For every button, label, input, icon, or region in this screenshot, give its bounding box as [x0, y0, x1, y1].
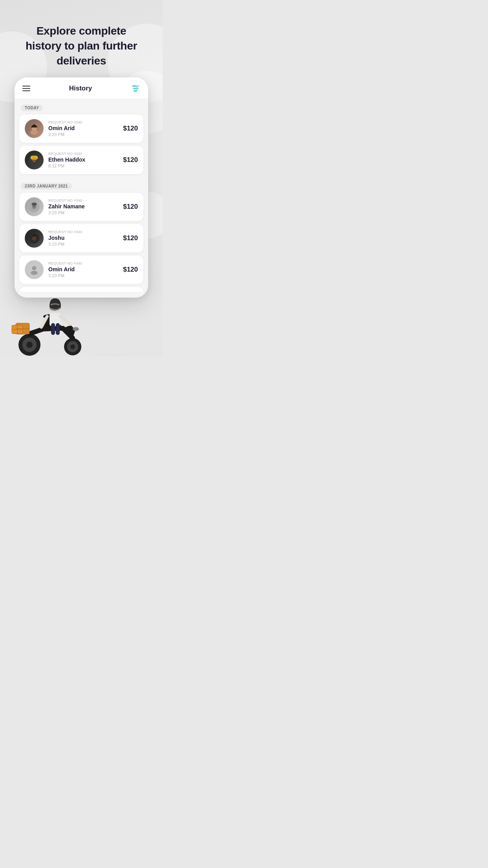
- request-no-3: REQUEST NO #340: [48, 199, 118, 202]
- svg-point-17: [31, 157, 37, 160]
- svg-point-5: [134, 90, 136, 92]
- card-info-1: REQUEST NO #340 Omin Arid 3:23 PM: [48, 120, 118, 137]
- section-jan: 23RD JANUARY 2021: [15, 177, 148, 193]
- person-name-2: Ethen Haddox: [48, 156, 118, 163]
- svg-point-42: [70, 344, 75, 349]
- card-info-2: REQUEST NO #340 Ethen Haddox 8:12 PM: [48, 152, 118, 168]
- scroll-area[interactable]: TODAY: [15, 99, 148, 292]
- time-4: 3:23 PM: [48, 242, 118, 246]
- svg-point-28: [31, 271, 37, 275]
- delivery-card-3[interactable]: REQUEST NO #340 Zahir Namane 3:23 PM $12…: [19, 193, 143, 221]
- svg-point-39: [26, 342, 33, 348]
- svg-point-4: [136, 88, 138, 89]
- request-no-4: REQUEST NO #340: [48, 230, 118, 234]
- person-name-4: Joshu: [48, 235, 118, 241]
- avatar-face-4: [28, 232, 40, 245]
- time-3: 3:23 PM: [48, 210, 118, 215]
- phone-mockup: History TODAY: [15, 77, 148, 298]
- hamburger-line-2: [22, 88, 30, 89]
- avatar-1: [25, 119, 44, 138]
- app-header: History: [15, 77, 148, 99]
- request-no-1: REQUEST NO #340: [48, 120, 118, 124]
- svg-point-20: [33, 206, 34, 207]
- request-no-5: REQUEST NO #340: [48, 261, 118, 265]
- avatar-face-3: [28, 200, 40, 213]
- person-name-3: Zahir Namane: [48, 203, 118, 210]
- svg-rect-53: [56, 323, 60, 335]
- svg-point-25: [33, 237, 34, 238]
- amount-1: $120: [123, 125, 138, 132]
- svg-point-8: [31, 130, 38, 135]
- filter-icon[interactable]: [131, 84, 140, 93]
- amount-4: $120: [123, 234, 138, 242]
- hero-section: Explore complete history to plan further…: [0, 0, 163, 77]
- avatar-placeholder-icon: [28, 263, 40, 276]
- delivery-card-5[interactable]: REQUEST NO #340 Omin Arid 3:23 PM $120: [19, 256, 143, 284]
- request-no-2: REQUEST NO #340: [48, 152, 118, 156]
- svg-point-21: [35, 206, 35, 207]
- hamburger-menu[interactable]: [22, 86, 30, 91]
- avatar-4: [25, 229, 44, 248]
- section-today: TODAY: [15, 99, 148, 114]
- card-info-3: REQUEST NO #340 Zahir Namane 3:23 PM: [48, 199, 118, 215]
- svg-point-26: [35, 237, 35, 238]
- avatar-face-1: [28, 122, 40, 135]
- delivery-card-2[interactable]: REQUEST NO #340 Ethen Haddox 8:12 PM $12…: [19, 146, 143, 174]
- person-name-1: Omin Arid: [48, 125, 118, 131]
- delivery-card-1[interactable]: REQUEST NO #340 Omin Arid 3:23 PM $120: [19, 114, 143, 143]
- jan-badge: 23RD JANUARY 2021: [21, 183, 72, 189]
- delivery-card-6[interactable]: REQUEST NO #340 Tom Bark 3:23 PM $120: [19, 287, 143, 292]
- card-info-4: REQUEST NO #340 Joshu 3:23 PM: [48, 230, 118, 246]
- time-5: 3:23 PM: [48, 273, 118, 278]
- amount-3: $120: [123, 203, 138, 211]
- svg-point-54: [50, 302, 61, 309]
- avatar-3: [25, 197, 44, 216]
- svg-point-22: [31, 203, 37, 206]
- avatar-face-2: [28, 154, 40, 166]
- delivery-card-4[interactable]: REQUEST NO #340 Joshu 3:23 PM $120: [19, 224, 143, 252]
- svg-point-44: [73, 327, 79, 331]
- person-name-5: Omin Arid: [48, 266, 118, 272]
- hamburger-line-3: [22, 90, 30, 91]
- hamburger-line-1: [22, 86, 30, 86]
- app-title: History: [69, 85, 92, 92]
- amount-5: $120: [123, 266, 138, 274]
- card-info-5: REQUEST NO #340 Omin Arid 3:23 PM: [48, 261, 118, 278]
- amount-2: $120: [123, 156, 138, 164]
- time-1: 3:23 PM: [48, 132, 118, 137]
- today-badge: TODAY: [21, 105, 43, 111]
- svg-point-24: [32, 236, 37, 241]
- svg-point-3: [134, 85, 135, 87]
- time-2: 8:12 PM: [48, 164, 118, 168]
- svg-point-27: [32, 266, 37, 270]
- hero-title: Explore complete history to plan further…: [20, 24, 143, 68]
- avatar-2: [25, 151, 44, 169]
- svg-rect-52: [51, 323, 55, 335]
- avatar-5: [25, 260, 44, 279]
